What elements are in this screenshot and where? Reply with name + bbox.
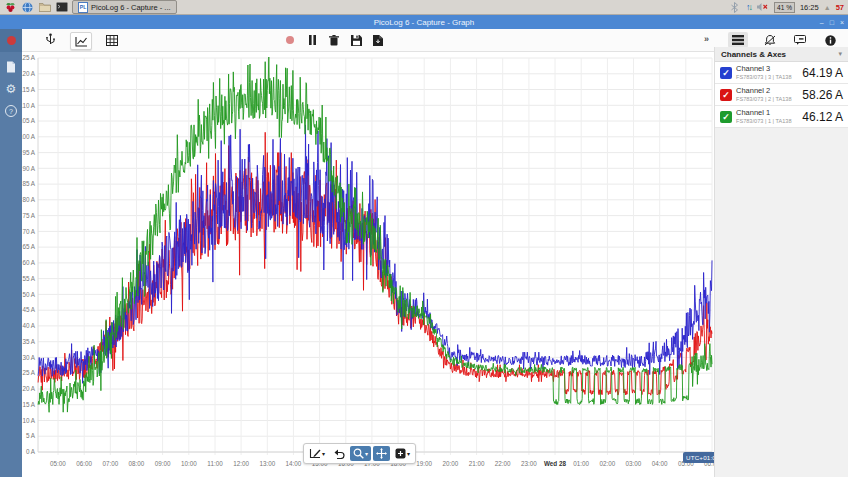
undo-zoom-button[interactable]: [330, 446, 348, 461]
svg-text:100 A: 100 A: [22, 133, 36, 140]
svg-text:08:00: 08:00: [129, 460, 145, 467]
channel-row[interactable]: ✓ Channel 2 FS783/073 | 2 | TA138 58.26 …: [715, 84, 848, 106]
web-browser-icon[interactable]: [21, 1, 34, 13]
system-tray: ↑↓ 41 % 16:25 ▲ 57: [728, 1, 844, 13]
channel3-checkbox[interactable]: ✓: [720, 67, 732, 79]
svg-text:11:00: 11:00: [207, 460, 223, 467]
graph-area: 0 A5 A10 A15 A20 A25 A30 A35 A40 A45 A50…: [22, 52, 714, 477]
channel-name: Channel 2: [736, 87, 792, 96]
cpu-usage-monitor[interactable]: 41 %: [774, 2, 795, 13]
alarms-disabled-button[interactable]: [760, 32, 780, 48]
volume-muted-icon[interactable]: [756, 1, 769, 13]
terminal-icon[interactable]: [55, 1, 68, 13]
channels-panel-title: Channels & Axes: [721, 50, 786, 59]
svg-text:95 A: 95 A: [22, 149, 35, 156]
channel-source: FS783/073 | 2 | TA138: [736, 96, 792, 102]
maximize-button[interactable]: □: [830, 19, 834, 26]
taskbar-clock[interactable]: 16:25: [800, 3, 819, 12]
notes-comment-button[interactable]: [790, 32, 810, 48]
svg-text:55 A: 55 A: [22, 275, 35, 282]
channel2-checkbox[interactable]: ✓: [720, 89, 732, 101]
caret-down-icon: ▾: [407, 450, 410, 457]
window-title: PicoLog 6 - Capture - Graph: [374, 18, 475, 27]
channel-row[interactable]: ✓ Channel 3 FS783/073 | 3 | TA138 64.19 …: [715, 62, 848, 84]
bluetooth-icon[interactable]: [728, 1, 741, 13]
pan-tool-button[interactable]: [373, 446, 390, 461]
picolog-app-icon: PL: [78, 2, 88, 13]
expand-panel-button[interactable]: »: [704, 34, 709, 44]
axis-scaling-button[interactable]: ▾: [306, 446, 328, 461]
channels-panel-header[interactable]: Channels & Axes ▾: [715, 47, 848, 62]
svg-text:85 A: 85 A: [22, 180, 35, 187]
channel-row[interactable]: ✓ Channel 1 FS783/073 | 1 | TA138 46.12 …: [715, 106, 848, 128]
info-button[interactable]: [820, 32, 840, 48]
svg-text:75 A: 75 A: [22, 212, 35, 219]
export-file-button[interactable]: [368, 32, 388, 48]
window-titlebar[interactable]: PicoLog 6 - Capture - Graph – □ ×: [0, 15, 848, 29]
axis-scaling-icon: [309, 448, 321, 459]
svg-text:40 A: 40 A: [22, 322, 35, 329]
svg-text:04:00: 04:00: [652, 460, 668, 467]
pause-button[interactable]: [302, 32, 322, 48]
taskbar-app-label: PicoLog 6 - Capture - ...: [91, 3, 171, 12]
channels-panel-button[interactable]: [728, 32, 748, 48]
record-icon: [7, 36, 16, 45]
svg-text:02:00: 02:00: [600, 460, 616, 467]
help-icon[interactable]: ?: [5, 105, 17, 117]
svg-text:45 A: 45 A: [22, 306, 35, 313]
file-manager-icon[interactable]: [38, 1, 51, 13]
channel1-checkbox[interactable]: ✓: [720, 111, 732, 123]
zoom-tool-button[interactable]: ▾: [350, 446, 371, 461]
svg-text:5 A: 5 A: [26, 432, 36, 439]
graph-plot[interactable]: 0 A5 A10 A15 A20 A25 A30 A35 A40 A45 A50…: [22, 52, 714, 477]
taskbar-app-button[interactable]: PL PicoLog 6 - Capture - ...: [72, 0, 177, 14]
delete-capture-button[interactable]: [324, 32, 344, 48]
svg-text:03:00: 03:00: [626, 460, 642, 467]
minimize-button[interactable]: –: [820, 19, 824, 26]
chevron-down-icon[interactable]: ▾: [838, 50, 842, 58]
svg-text:06:00: 06:00: [76, 460, 92, 467]
svg-text:22:00: 22:00: [495, 460, 511, 467]
svg-text:105 A: 105 A: [22, 117, 36, 124]
network-traffic-icon[interactable]: ↑↓: [746, 2, 751, 12]
add-annotation-button[interactable]: ▾: [392, 446, 413, 461]
svg-text:15 A: 15 A: [22, 401, 35, 408]
svg-text:115 A: 115 A: [22, 86, 36, 93]
svg-text:01:00: 01:00: [573, 460, 589, 467]
devices-usb-button[interactable]: [40, 32, 60, 48]
svg-text:80 A: 80 A: [22, 196, 35, 203]
channel-source: FS783/073 | 3 | TA138: [736, 74, 792, 80]
magnifier-icon: [353, 448, 364, 459]
svg-text:05:00: 05:00: [50, 460, 66, 467]
pan-move-icon: [376, 448, 387, 459]
table-view-button[interactable]: [102, 32, 122, 48]
svg-text:90 A: 90 A: [22, 165, 35, 172]
svg-text:65 A: 65 A: [22, 243, 35, 250]
channel-value: 64.19 A: [802, 66, 843, 80]
svg-text:23:00: 23:00: [521, 460, 537, 467]
record-button[interactable]: [280, 32, 300, 48]
caret-down-icon: ▾: [365, 450, 368, 457]
sidebar-record-button[interactable]: [0, 29, 22, 52]
save-button[interactable]: [346, 32, 366, 48]
file-document-icon[interactable]: [6, 61, 16, 73]
svg-text:10:00: 10:00: [181, 460, 197, 467]
raspberry-menu-icon[interactable]: [4, 1, 17, 13]
svg-text:50 A: 50 A: [22, 291, 35, 298]
channel-value: 58.26 A: [802, 88, 843, 102]
channel-name: Channel 3: [736, 65, 792, 74]
undo-icon: [333, 449, 345, 459]
graph-view-button[interactable]: [70, 32, 92, 50]
svg-text:0 A: 0 A: [26, 448, 36, 455]
svg-text:13:00: 13:00: [259, 460, 275, 467]
graph-bottom-toolbar: ▾ ▾ ▾: [303, 443, 416, 464]
settings-gear-icon[interactable]: ⚙: [6, 84, 17, 94]
svg-text:14:00: 14:00: [286, 460, 302, 467]
svg-text:120 A: 120 A: [22, 70, 36, 77]
close-button[interactable]: ×: [840, 19, 844, 26]
temperature-icon: ▲: [824, 4, 831, 11]
svg-text:09:00: 09:00: [155, 460, 171, 467]
svg-text:20 A: 20 A: [22, 385, 35, 392]
svg-text:110 A: 110 A: [22, 102, 36, 109]
svg-text:60 A: 60 A: [22, 259, 35, 266]
